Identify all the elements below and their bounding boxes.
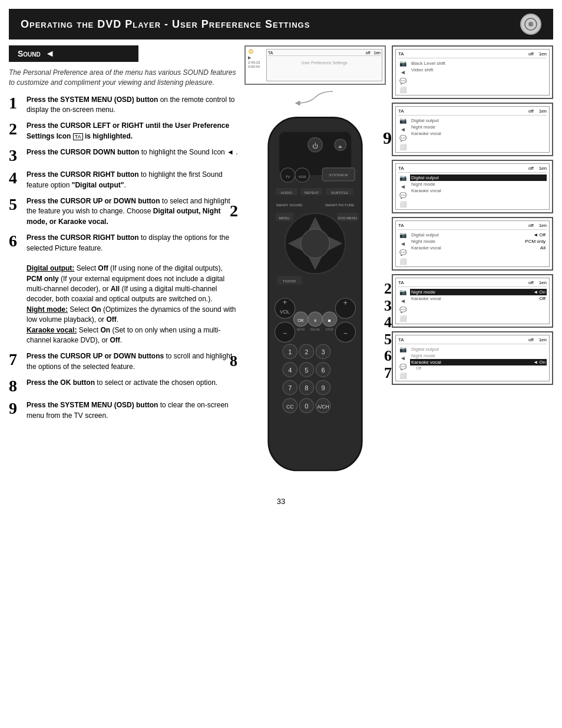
svg-text:5: 5 [305, 367, 308, 374]
remote-control: ⏻ ⏏ TV VCR SYSTEM M AUDIO REPEAT SUBTITL… [247, 110, 383, 485]
svg-text:+: + [283, 298, 287, 307]
svg-text:TV: TV [286, 174, 291, 179]
svg-text:4: 4 [288, 367, 292, 374]
step-5: 5 Press the CURSOR UP or DOWN button to … [9, 196, 239, 227]
svg-text:DVD MENU: DVD MENU [338, 216, 358, 220]
svg-text:8: 8 [305, 384, 308, 391]
svg-text:⏻: ⏻ [312, 143, 318, 149]
svg-text:3: 3 [321, 348, 325, 355]
page-title: Operating the DVD Player - User Preferen… [21, 18, 310, 31]
svg-text:TV/DVD: TV/DVD [283, 279, 296, 283]
right-column: TA off 1en 📷 ◄ 💬 ⬜ Black Level shift [392, 45, 553, 485]
svg-text:SYSTEM M: SYSTEM M [329, 173, 348, 177]
svg-point-30 [301, 229, 330, 258]
svg-text:7: 7 [288, 384, 292, 391]
svg-text:−: − [343, 330, 348, 338]
svg-text:CC: CC [286, 404, 293, 410]
svg-text:−: − [283, 330, 287, 338]
overlay-2: 2 [230, 202, 238, 220]
section-title: Sound [18, 49, 41, 58]
tv-screen-3: TA off 1en 📷 ◄ 💬 ⬜ Digital output [392, 160, 553, 213]
svg-text:⏏: ⏏ [338, 144, 342, 149]
svg-text:⏸: ⏸ [313, 318, 317, 322]
step-9: 9 Press the SYSTEM MENU (OSD) button to … [9, 400, 239, 421]
page-header: Operating the DVD Player - User Preferen… [9, 9, 553, 39]
svg-text:SMART SOUND: SMART SOUND [276, 203, 303, 207]
svg-text:PAUSE: PAUSE [310, 328, 320, 331]
tv-screen-4: TA off 1en 📷 ◄ 💬 ⬜ Digital output ◄ Off [392, 217, 553, 271]
step-2: 2 Press the CURSOR LEFT or RIGHT until t… [9, 121, 239, 141]
step-7: 7 Press the CURSOR UP or DOWN buttons to… [9, 351, 239, 372]
step-1: 1 Press the SYSTEM MENU (OSD) button on … [9, 95, 239, 116]
step-8: 8 Press the OK button to select or activ… [9, 378, 239, 394]
speaker-icon: ◄ [45, 48, 55, 59]
overlay-9: 9 [383, 128, 392, 148]
svg-text:MENU: MENU [279, 216, 289, 220]
tv-screen-6: TA off 1en 📷 ◄ 💬 ⬜ Digital output [392, 331, 553, 385]
svg-text:VCR: VCR [299, 174, 306, 179]
step-text-6: Press the CURSOR RIGHT button to display… [27, 233, 239, 345]
step-6: 6 Press the CURSOR RIGHT button to displ… [9, 233, 239, 345]
svg-text:A/CH: A/CH [317, 404, 329, 410]
step-number-2: 2 [9, 121, 22, 137]
overlay-2345: 234567 [384, 281, 392, 382]
main-content: Sound ◄ The Personal Preference area of … [0, 39, 562, 491]
step-number-6: 6 [9, 233, 22, 249]
middle-column: 📀 ▶Z:45:230:00:34 TA off 1en User Prefer… [244, 45, 386, 485]
svg-text:MUTE: MUTE [297, 328, 306, 331]
section-header: Sound ◄ [9, 45, 138, 62]
step-number-7: 7 [9, 351, 22, 368]
svg-point-2 [530, 24, 531, 25]
step-number-9: 9 [9, 400, 22, 417]
tv-screen-5: TA off 1en 📷 ◄ 💬 ⬜ Night mode ◄ On [392, 274, 553, 328]
step-number-3: 3 [9, 147, 22, 164]
svg-text:1: 1 [288, 348, 292, 355]
svg-text:SMART PICTURE: SMART PICTURE [325, 203, 355, 207]
step-number-4: 4 [9, 170, 22, 186]
dvd-disc-icon [520, 14, 541, 35]
step-number-1: 1 [9, 95, 22, 111]
svg-text:OK: OK [297, 318, 304, 323]
svg-text:STOP: STOP [326, 328, 333, 331]
svg-text:9: 9 [321, 384, 325, 391]
step-text-1: Press the SYSTEM MENU (OSD) button on th… [27, 95, 239, 116]
svg-text:AUDIO: AUDIO [280, 190, 292, 195]
step-number-5: 5 [9, 196, 22, 213]
svg-text:SUBTITLE: SUBTITLE [331, 190, 348, 195]
left-column: Sound ◄ The Personal Preference area of … [9, 45, 239, 485]
step-3: 3 Press the CURSOR DOWN button to highli… [9, 147, 239, 164]
svg-text:⏹: ⏹ [328, 318, 331, 322]
first-screen: 📀 ▶Z:45:230:00:34 TA off 1en User Prefer… [244, 45, 386, 85]
page-number: 33 [0, 491, 562, 512]
svg-text:0: 0 [305, 403, 308, 410]
step-number-8: 8 [9, 378, 22, 394]
curved-arrow [244, 88, 386, 108]
svg-text:VOL: VOL [280, 309, 290, 315]
svg-text:+: + [343, 299, 348, 307]
step-text-2: Press the CURSOR LEFT or RIGHT until the… [27, 121, 239, 141]
tv-screen-2: TA off 1en 📷 ◄ 💬 ⬜ Digital output [392, 103, 553, 156]
step-text-7: Press the CURSOR UP or DOWN buttons to s… [27, 351, 239, 372]
step-text-8: Press the OK button to select or activat… [27, 378, 217, 388]
svg-text:2: 2 [305, 348, 308, 355]
step-text-5: Press the CURSOR UP or DOWN button to se… [27, 196, 239, 227]
step-text-3: Press the CURSOR DOWN button to highligh… [27, 147, 238, 157]
step-4: 4 Press the CURSOR RIGHT button to highl… [9, 170, 239, 190]
overlay-8: 8 [230, 353, 237, 370]
svg-text:REPEAT: REPEAT [305, 190, 319, 195]
tv-screen-1: TA off 1en 📷 ◄ 💬 ⬜ Black Level shift [392, 45, 553, 99]
step-text-9: Press the SYSTEM MENU (OSD) button to cl… [27, 400, 239, 421]
step-text-4: Press the CURSOR RIGHT button to highlig… [27, 170, 239, 190]
svg-text:6: 6 [321, 367, 325, 374]
intro-text: The Personal Preference area of the menu… [9, 68, 239, 88]
